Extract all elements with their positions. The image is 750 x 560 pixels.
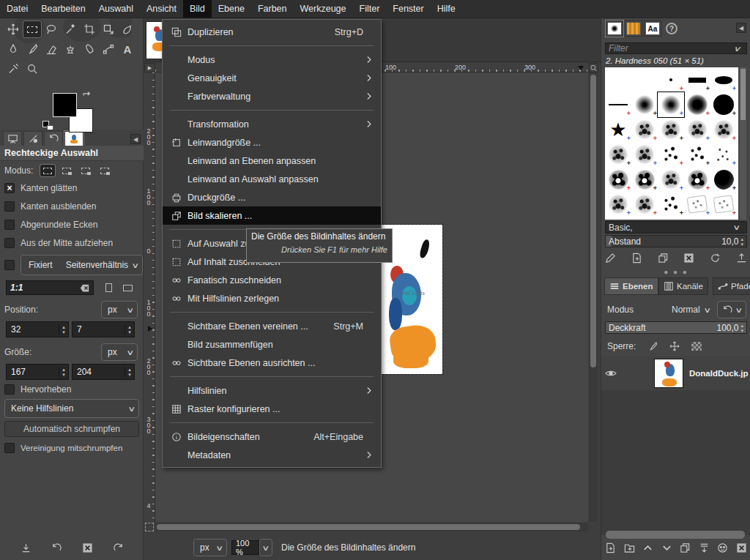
crop-tool[interactable] — [81, 21, 98, 37]
menubar-item-fenster[interactable]: Fenster — [386, 0, 430, 18]
brush-item[interactable]: + — [631, 192, 658, 217]
brush-item[interactable]: + — [710, 67, 737, 92]
brush-item[interactable]: + — [658, 192, 684, 217]
brush-filter-input[interactable]: Filter ∨ — [605, 42, 747, 54]
save-tool-preset-icon[interactable] — [21, 542, 31, 553]
brush-item[interactable]: + — [605, 192, 631, 217]
statusbar-zoom-value[interactable]: 100 % — [231, 540, 259, 555]
duplicate-layer-icon[interactable] — [680, 542, 691, 553]
menu-item-leinwandgröße[interactable]: Leinwandgröße ... — [163, 133, 381, 152]
menubar-item-datei[interactable]: Datei — [0, 0, 34, 18]
merge-layer-icon[interactable] — [699, 542, 710, 553]
menu-item-mit-hilfslinien-zerlegen[interactable]: Mit Hilfslinien zerlegen — [163, 289, 381, 307]
menu-item-sichtbare-ebenen-vereinen[interactable]: Sichtbare Ebenen vereinen ...Strg+M — [163, 317, 381, 335]
autoshrink-button[interactable]: Automatisch schrumpfen — [4, 421, 139, 437]
collapse-right-dock-icon[interactable]: ◀ — [736, 23, 746, 33]
quick-mask-toggle-icon[interactable] — [145, 523, 154, 531]
ink-tool[interactable] — [4, 41, 22, 57]
layer-thumbnail[interactable] — [654, 359, 683, 388]
menu-item-fanatisch-zuschneiden[interactable]: Fanatisch zuschneiden — [163, 271, 381, 289]
position-x-spinner[interactable]: 32▴▾ — [6, 321, 69, 337]
menu-item-bildeigenschaften[interactable]: BildeigenschaftenAlt+Eingabe — [163, 428, 381, 446]
brush-item[interactable]: + — [710, 117, 737, 142]
reset-tool-options-icon[interactable] — [113, 542, 124, 553]
lock-pixels-icon[interactable] — [647, 341, 658, 351]
menu-item-sichtbare-ebenen-ausrichten[interactable]: Sichtbare Ebenen ausrichten ... — [163, 354, 381, 372]
highlight-checkbox[interactable] — [4, 384, 15, 395]
layer-row[interactable]: DonaldDuck.jp — [601, 356, 750, 390]
statusbar-unit-dropdown[interactable]: px∨ — [193, 539, 227, 556]
brush-item[interactable]: + — [605, 92, 631, 117]
menu-item-leinwand-an-ebenen-anpassen[interactable]: Leinwand an Ebenen anpassen — [163, 152, 381, 170]
brush-item[interactable]: + — [684, 67, 710, 92]
guides-dropdown[interactable]: Keine Hilfslinien∨ — [4, 399, 139, 418]
brush-item[interactable] — [631, 67, 658, 92]
zoom-tool[interactable] — [23, 61, 41, 77]
new-layer-icon[interactable] — [605, 542, 616, 553]
brush-item[interactable]: + — [684, 167, 710, 192]
menu-item-druckgröße[interactable]: Druckgröße ... — [163, 188, 381, 206]
brush-item[interactable]: + — [658, 167, 684, 192]
brush-item[interactable]: + — [605, 167, 631, 192]
delete-tool-preset-icon[interactable] — [82, 542, 93, 553]
menu-item-bild-skalieren[interactable]: Bild skalieren ... — [163, 206, 381, 225]
lock-alpha-icon[interactable] — [691, 342, 702, 351]
new-brush-icon[interactable] — [631, 253, 642, 264]
tab-brushes[interactable] — [606, 20, 623, 37]
eraser-tool[interactable] — [42, 41, 60, 57]
lower-layer-icon[interactable] — [661, 542, 672, 553]
brush-item[interactable]: + — [631, 167, 658, 192]
brush-grid[interactable]: ++++++++★++++++++++++++++++++ — [605, 67, 738, 220]
brush-item[interactable]: + — [710, 92, 737, 117]
menubar-item-filter[interactable]: Filter — [353, 0, 387, 18]
tab-pfade[interactable]: Pfade — [713, 277, 750, 295]
brush-item[interactable]: + — [658, 117, 684, 142]
checkbox-kanten-ausblenden[interactable] — [4, 201, 15, 212]
menu-item-farbverwaltung[interactable]: Farbverwaltung — [163, 87, 381, 105]
menu-item-transformation[interactable]: Transformation — [163, 115, 381, 133]
position-y-spinner[interactable]: 7▴▾ — [72, 321, 135, 337]
horizontal-scrollbar[interactable] — [155, 523, 588, 531]
rectangle-select-tool[interactable] — [23, 21, 41, 37]
paintbrush-tool[interactable] — [23, 41, 41, 57]
menu-item-leinwand-an-auswahl-anpassen[interactable]: Leinwand an Auswahl anpassen — [163, 170, 381, 188]
paths-tool[interactable] — [100, 41, 117, 57]
duplicate-brush-icon[interactable] — [658, 253, 669, 264]
brush-item[interactable]: + — [658, 67, 684, 92]
brush-item[interactable]: + — [631, 142, 658, 167]
raise-layer-icon[interactable] — [642, 542, 653, 553]
brush-item[interactable]: + — [631, 117, 658, 142]
text-tool[interactable]: A — [119, 41, 136, 57]
open-brush-icon[interactable] — [736, 253, 747, 264]
size-width-spinner[interactable]: 167▴▾ — [6, 364, 69, 380]
edit-brush-icon[interactable] — [605, 253, 616, 264]
dock-splitter[interactable]: ● ● ● — [601, 270, 750, 275]
layer-mode-switch-button[interactable]: ∨ — [717, 301, 746, 318]
position-unit-dropdown[interactable]: px∨ — [101, 301, 138, 318]
brush-item[interactable]: + — [710, 192, 737, 217]
layer-mode-dropdown[interactable]: Normal∨ — [672, 305, 710, 315]
brush-grid-scrollbar[interactable] — [740, 67, 746, 220]
ratio-input[interactable]: 1:1 — [6, 280, 94, 295]
shrink-merged-checkbox[interactable] — [4, 443, 15, 453]
brush-item[interactable] — [605, 67, 631, 92]
vertical-scrollbar[interactable] — [589, 72, 598, 522]
menubar-item-ebene[interactable]: Ebene — [212, 0, 251, 18]
tab-image-thumbnail[interactable] — [64, 131, 83, 146]
clear-icon[interactable] — [80, 283, 89, 293]
menubar-item-werkzeuge[interactable]: Werkzeuge — [294, 0, 353, 18]
clone-tool[interactable] — [62, 41, 79, 57]
menubar-item-farben[interactable]: Farben — [251, 0, 294, 18]
swap-colors-icon[interactable] — [82, 90, 92, 100]
checkbox-abgerundete-ecken[interactable] — [4, 220, 15, 230]
mode-replace-button[interactable] — [40, 165, 55, 176]
mode-subtract-button[interactable] — [78, 165, 93, 176]
free-select-tool[interactable] — [42, 21, 60, 37]
layer-opacity-slider[interactable]: Deckkraft 100,0 ▴▾ — [605, 321, 747, 334]
tab-fonts[interactable]: Aa — [644, 20, 661, 37]
handle-transform-tool[interactable] — [119, 21, 136, 37]
brush-item[interactable]: + — [605, 142, 631, 167]
menu-item-raster-konfigurieren[interactable]: Raster konfigurieren ... — [163, 400, 381, 418]
size-height-spinner[interactable]: 204▴▾ — [72, 364, 135, 380]
mode-intersect-button[interactable] — [97, 165, 112, 176]
